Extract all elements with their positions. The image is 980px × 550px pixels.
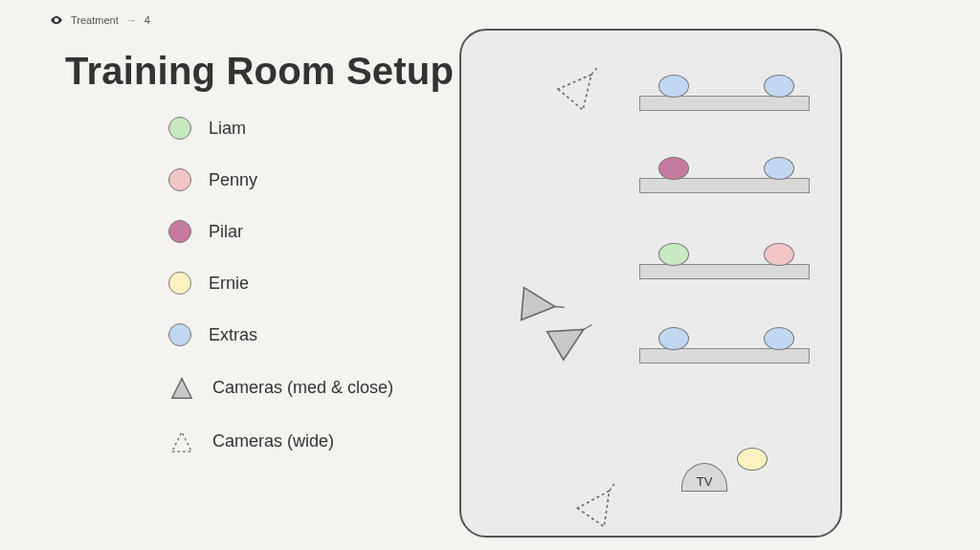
svg-line-10	[610, 483, 615, 491]
room-floorplan: TV	[459, 29, 842, 538]
seat-extras	[764, 157, 794, 180]
legend-label: Pilar	[209, 222, 243, 242]
svg-marker-3	[558, 64, 604, 110]
svg-marker-2	[172, 432, 191, 451]
svg-marker-7	[547, 316, 591, 360]
legend-label: Extras	[209, 325, 257, 345]
seat-penny	[764, 243, 794, 266]
svg-marker-1	[172, 379, 191, 398]
circle-icon	[168, 323, 191, 346]
seat-ernie	[737, 448, 768, 471]
legend-item-ernie: Ernie	[168, 272, 393, 295]
legend-label: Cameras (med & close)	[212, 378, 393, 398]
breadcrumb: Treatment → 4	[50, 13, 150, 27]
visibility-icon	[50, 13, 63, 27]
desk	[639, 96, 810, 111]
svg-point-0	[56, 19, 57, 21]
camera-solid-icon	[168, 375, 195, 400]
legend-label: Ernie	[209, 274, 249, 294]
seat-extras	[764, 327, 794, 350]
desk	[639, 178, 810, 193]
circle-icon	[168, 117, 191, 140]
camera-wide-icon	[576, 480, 624, 528]
tv: TV	[681, 463, 727, 492]
seat-pilar	[658, 157, 689, 180]
arrow-right-icon: →	[126, 14, 137, 26]
legend: Liam Penny Pilar Ernie Extras Cameras (m…	[168, 117, 393, 453]
svg-marker-9	[577, 481, 622, 526]
legend-label: Penny	[209, 170, 257, 190]
breadcrumb-page[interactable]: 4	[145, 14, 150, 26]
seat-liam	[658, 243, 689, 266]
camera-wide-icon	[557, 63, 605, 111]
seat-extras	[658, 75, 689, 98]
camera-med-close-icon	[546, 314, 593, 362]
circle-icon	[168, 168, 191, 191]
legend-item-pilar: Pilar	[168, 220, 393, 243]
svg-line-8	[584, 325, 592, 330]
legend-item-penny: Penny	[168, 168, 393, 191]
legend-label: Cameras (wide)	[212, 431, 334, 451]
svg-line-4	[591, 67, 597, 75]
legend-item-extras: Extras	[168, 323, 393, 346]
legend-label: Liam	[209, 119, 246, 139]
page-title: Training Room Setup	[65, 50, 454, 93]
svg-line-6	[555, 306, 565, 307]
desk	[639, 264, 810, 279]
legend-item-liam: Liam	[168, 117, 393, 140]
desk	[639, 348, 810, 363]
legend-item-camera-wide: Cameras (wide)	[168, 429, 393, 453]
camera-wide-icon	[168, 429, 195, 453]
breadcrumb-section[interactable]: Treatment	[71, 14, 119, 26]
seat-extras	[764, 75, 794, 98]
legend-item-camera-med-close: Cameras (med & close)	[168, 375, 393, 400]
seat-extras	[658, 327, 689, 350]
circle-icon	[168, 272, 191, 295]
circle-icon	[168, 220, 191, 243]
